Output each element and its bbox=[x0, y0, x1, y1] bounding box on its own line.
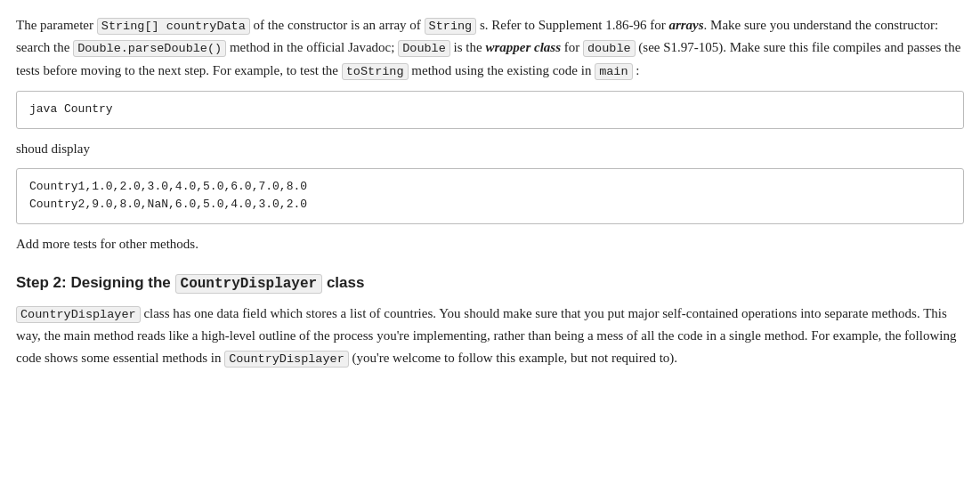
code-parsedouble: Double.parseDouble() bbox=[73, 40, 226, 57]
code-main: main bbox=[595, 63, 632, 80]
code-string-array: String[] countryData bbox=[97, 18, 250, 35]
intro-paragraph: The parameter String[] countryData of th… bbox=[16, 14, 964, 82]
step2-paragraph: CountryDisplayer class has one data fiel… bbox=[16, 303, 964, 369]
output-block: Country1,1.0,2.0,3.0,4.0,5.0,6.0,7.0,8.0… bbox=[16, 168, 964, 225]
intro-text-after-code1: of the constructor is an array of bbox=[250, 18, 425, 32]
italic-wrapper-class: wrapper class bbox=[485, 40, 561, 54]
code-double-primitive: double bbox=[583, 40, 636, 57]
add-more-tests: Add more tests for other methods. bbox=[16, 233, 964, 255]
intro-text-after-code3: method in the official Javadoc; bbox=[226, 40, 398, 54]
intro-text-before-italic: is the bbox=[450, 40, 486, 54]
step2-text-end: (you're welcome to follow this example, … bbox=[349, 351, 677, 365]
shoud-display-label: shoud display bbox=[16, 138, 964, 159]
command-line1: java Country bbox=[29, 101, 951, 119]
step2-heading-prefix: Step 2: Designing the bbox=[16, 274, 175, 291]
step2-heading-suffix: class bbox=[322, 274, 364, 291]
step2-heading-code: CountryDisplayer bbox=[175, 274, 323, 294]
code-tostring: toString bbox=[342, 63, 409, 80]
code-double: Double bbox=[398, 40, 450, 57]
intro-text-before-code1: The parameter bbox=[16, 18, 97, 32]
command-block: java Country bbox=[16, 91, 964, 129]
italic-arrays: arrays bbox=[668, 18, 703, 32]
intro-text-for: for bbox=[561, 40, 583, 54]
step2-code1: CountryDisplayer bbox=[16, 306, 141, 323]
step2-heading: Step 2: Designing the CountryDisplayer c… bbox=[16, 274, 964, 292]
output-line1: Country1,1.0,2.0,3.0,4.0,5.0,6.0,7.0,8.0 bbox=[29, 178, 951, 197]
code-string: String bbox=[425, 18, 477, 35]
output-line2: Country2,9.0,8.0,NaN,6.0,5.0,4.0,3.0,2.0 bbox=[29, 196, 951, 214]
intro-text-after-code6: method using the existing code in bbox=[409, 63, 595, 77]
intro-text-after-code2: s. Refer to Supplement 1.86-96 for bbox=[476, 18, 668, 32]
step2-code2: CountryDisplayer bbox=[224, 351, 349, 368]
intro-text-end: : bbox=[633, 63, 640, 77]
